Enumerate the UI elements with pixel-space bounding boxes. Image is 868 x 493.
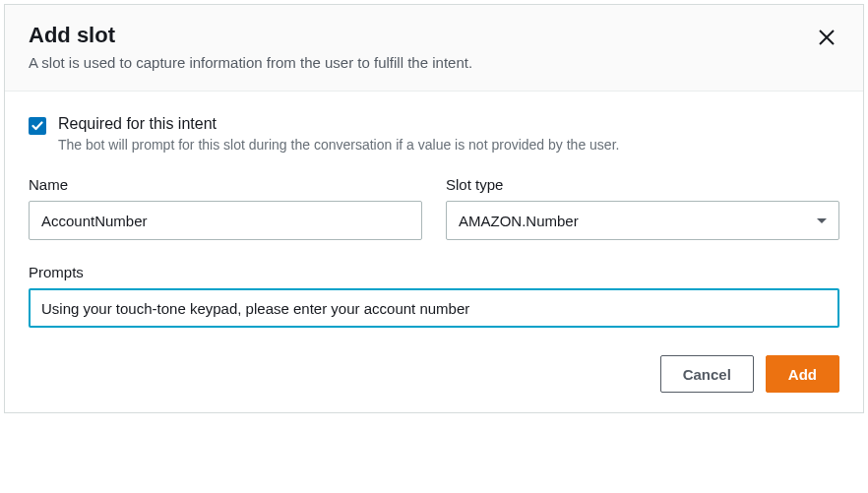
close-icon [818, 25, 836, 51]
required-checkbox[interactable] [29, 117, 46, 135]
dialog-body: Required for this intent The bot will pr… [5, 92, 863, 355]
prompts-input[interactable] [29, 288, 839, 328]
dialog-title: Add slot [29, 23, 472, 48]
dialog-footer: Cancel Add [5, 355, 863, 412]
required-label: Required for this intent [58, 115, 619, 133]
close-button[interactable] [814, 23, 839, 54]
slot-type-select[interactable]: AMAZON.Number [446, 201, 839, 240]
name-label: Name [29, 176, 422, 193]
required-checkbox-row: Required for this intent The bot will pr… [29, 115, 839, 153]
slot-type-value: AMAZON.Number [459, 213, 579, 229]
add-slot-dialog: Add slot A slot is used to capture infor… [4, 4, 864, 413]
prompts-field: Prompts [29, 264, 839, 328]
required-text: Required for this intent The bot will pr… [58, 115, 619, 153]
dialog-header: Add slot A slot is used to capture infor… [5, 5, 863, 92]
slot-type-label: Slot type [446, 176, 839, 193]
slot-type-select-wrap: AMAZON.Number [446, 201, 839, 240]
dialog-header-text: Add slot A slot is used to capture infor… [29, 23, 472, 71]
required-help: The bot will prompt for this slot during… [58, 137, 619, 153]
slot-type-field: Slot type AMAZON.Number [446, 176, 839, 240]
add-button[interactable]: Add [766, 355, 839, 393]
prompts-label: Prompts [29, 264, 839, 280]
name-type-row: Name Slot type AMAZON.Number [29, 176, 839, 240]
dialog-subtitle: A slot is used to capture information fr… [29, 54, 472, 71]
name-input[interactable] [29, 201, 422, 240]
name-field: Name [29, 176, 422, 240]
check-icon [31, 120, 43, 132]
cancel-button[interactable]: Cancel [660, 355, 754, 393]
